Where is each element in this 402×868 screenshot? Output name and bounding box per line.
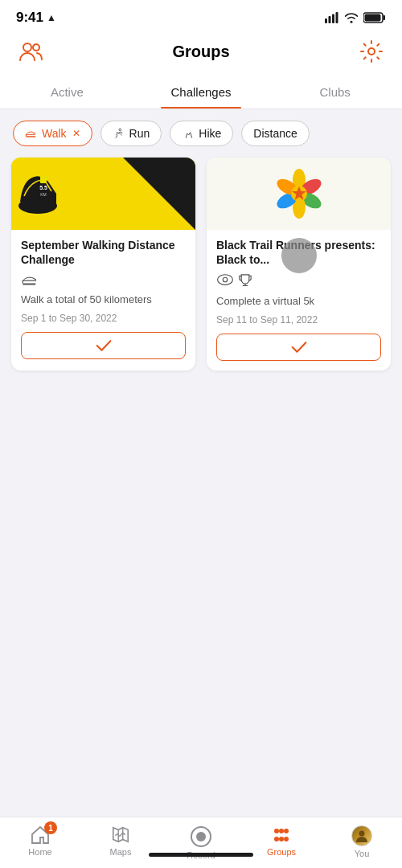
profile-avatar — [351, 825, 372, 846]
card-1-tags — [21, 273, 186, 286]
nav-home-icon-wrap: 1 — [30, 825, 51, 845]
svg-rect-3 — [336, 12, 338, 23]
nav-you-icon-wrap — [351, 825, 372, 846]
nav-home[interactable]: 1 Home — [16, 825, 64, 865]
card-1-body: September Walking Distance Challenge Wal… — [11, 230, 195, 359]
status-icons — [325, 12, 386, 23]
nav-record-icon-wrap — [190, 825, 212, 848]
card-2-desc: Complete a virtual 5k — [216, 294, 381, 309]
card-2-eye-icon — [216, 273, 234, 286]
home-indicator — [149, 853, 253, 857]
svg-point-24 — [223, 278, 228, 283]
card-1-shoe-tag-icon — [21, 273, 39, 286]
nav-maps-icon-wrap — [110, 825, 131, 845]
people-icon — [18, 41, 43, 62]
record-icon — [190, 825, 212, 848]
svg-point-36 — [359, 831, 365, 837]
tab-active[interactable]: Active — [0, 76, 134, 108]
card-1-date: Sep 1 to Sep 30, 2022 — [21, 313, 186, 324]
nav-you-label: You — [355, 849, 370, 858]
svg-point-34 — [279, 837, 284, 841]
nav-you[interactable]: You — [338, 825, 386, 866]
filter-walk-close[interactable]: ✕ — [72, 128, 80, 139]
svg-rect-1 — [329, 16, 331, 23]
svg-point-31 — [279, 829, 284, 833]
header: Groups — [0, 32, 402, 76]
card-2-join-button[interactable] — [216, 334, 381, 361]
svg-text:5.5: 5.5 — [39, 185, 47, 190]
tab-challenges[interactable]: Challenges — [134, 76, 269, 108]
svg-rect-6 — [365, 14, 381, 22]
checkmark-icon-1 — [96, 339, 112, 352]
cards-grid: 5.5 KM 5.5KM22 September Walking Distanc… — [0, 158, 402, 387]
svg-rect-0 — [325, 18, 327, 23]
status-time: 9:41 — [16, 10, 43, 26]
svg-point-29 — [196, 832, 206, 841]
wifi-icon — [344, 12, 359, 23]
home-badge: 1 — [44, 821, 57, 834]
card-2-date: Sep 11 to Sep 11, 2022 — [216, 314, 381, 326]
svg-point-23 — [218, 275, 233, 285]
checkmark-icon-2 — [291, 341, 307, 354]
maps-icon — [110, 825, 131, 845]
status-bar: 9:41 ▲ — [0, 0, 402, 32]
nav-home-label: Home — [28, 847, 51, 857]
svg-text:KM: KM — [40, 192, 47, 197]
tabs: Active Challenges Clubs — [0, 76, 402, 109]
run-icon — [113, 128, 125, 139]
svg-rect-12 — [40, 175, 47, 183]
svg-point-8 — [33, 44, 39, 51]
groups-icon — [271, 825, 292, 845]
nav-maps-label: Maps — [110, 847, 132, 857]
drag-handle[interactable] — [281, 238, 317, 273]
svg-point-33 — [274, 837, 279, 841]
signal-icon — [325, 12, 339, 23]
card-2-tags — [216, 273, 381, 288]
card-2-image — [207, 158, 391, 230]
location-icon: ▲ — [47, 12, 56, 23]
filter-distance[interactable]: Distance — [241, 121, 309, 146]
svg-point-7 — [23, 43, 31, 51]
settings-button[interactable] — [357, 37, 386, 66]
people-icon-button[interactable] — [16, 37, 45, 66]
filter-run[interactable]: Run — [100, 121, 162, 146]
svg-point-30 — [274, 829, 279, 833]
hike-icon — [182, 128, 195, 139]
settings-icon — [359, 39, 384, 63]
card-1-image: 5.5 KM 5.5KM22 — [11, 158, 195, 230]
svg-rect-2 — [332, 14, 334, 24]
svg-point-9 — [368, 48, 375, 55]
nav-groups-label: Groups — [267, 847, 296, 857]
card-1-title: September Walking Distance Challenge — [21, 238, 186, 267]
filter-walk[interactable]: Walk ✕ — [13, 121, 92, 146]
filters: Walk ✕ Run Hike Distance — [0, 109, 402, 158]
challenge-card-1[interactable]: 5.5 KM 5.5KM22 September Walking Distanc… — [11, 158, 195, 371]
shoe-icon — [25, 129, 38, 138]
challenge-card-2[interactable]: Black Trail Runners presents: Black to..… — [207, 158, 391, 371]
page-title: Groups — [172, 43, 229, 61]
card-1-join-button[interactable] — [21, 332, 186, 359]
nav-groups[interactable]: Groups — [257, 825, 306, 865]
svg-point-32 — [284, 829, 289, 833]
filter-hike[interactable]: Hike — [170, 121, 233, 146]
card-1-shoe-graphic: 5.5 KM — [16, 166, 60, 222]
card-2-trophy-icon — [239, 273, 252, 288]
svg-rect-5 — [384, 15, 386, 20]
card-1-desc: Walk a total of 50 kilometers — [21, 293, 186, 307]
svg-point-35 — [284, 837, 289, 841]
nav-maps[interactable]: Maps — [96, 825, 145, 865]
tab-clubs[interactable]: Clubs — [268, 76, 402, 108]
battery-icon — [363, 12, 386, 23]
card-2-graphic — [271, 166, 327, 222]
nav-groups-icon-wrap — [271, 825, 292, 845]
svg-point-10 — [119, 129, 121, 131]
